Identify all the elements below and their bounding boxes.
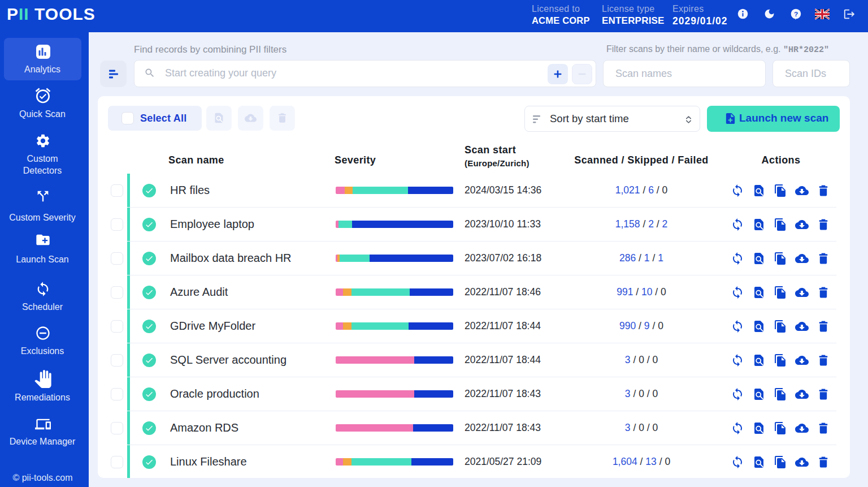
- svg-text:?: ?: [794, 10, 798, 18]
